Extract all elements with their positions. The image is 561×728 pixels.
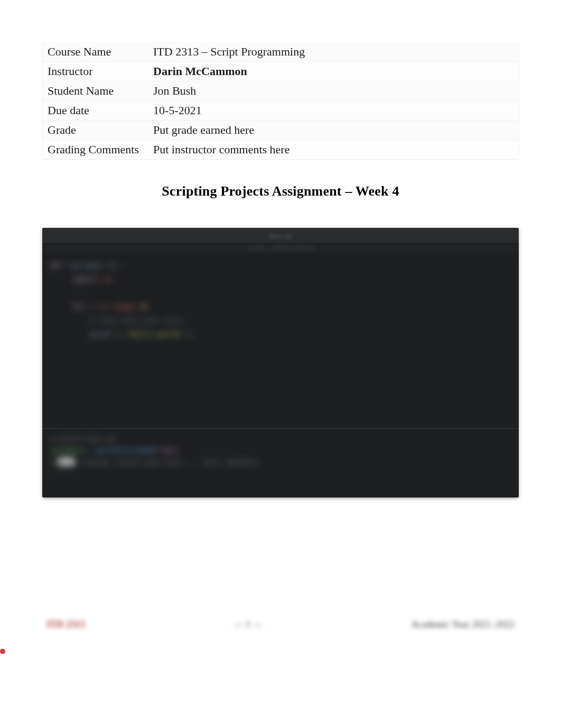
table-row: Instructor Darin McCammon <box>42 61 519 81</box>
info-value-instructor: Darin McCammon <box>148 61 519 81</box>
info-label-grading-comments: Grading Comments <box>42 140 148 159</box>
page-indicator-dot <box>0 649 5 654</box>
terminal-line: $ python main.py <box>50 435 116 443</box>
assignment-title: Scripting Projects Assignment – Week 4 <box>42 183 519 199</box>
footer-left: ITD 2313 <box>46 619 85 630</box>
code-keyword: import <box>72 275 99 283</box>
terminal-path: ~/projects/week4 <box>91 446 157 454</box>
info-value-grade: Put grade earned here <box>148 120 519 140</box>
footer-page-number: — 1 — <box>234 619 263 630</box>
info-value-grading-comments: Put instructor comments here <box>148 140 519 159</box>
terminal-output: running… output goes here ... test compl… <box>79 458 260 466</box>
editor-window-title: main.py <box>269 233 292 238</box>
editor-titlebar: main.py <box>42 228 519 244</box>
info-label-instructor: Instructor <box>42 61 148 81</box>
terminal-prompt-arrow: ❯ <box>50 458 54 466</box>
code-comment: # loop body goes here <box>90 316 183 325</box>
code-operator: () : <box>108 261 126 270</box>
terminal-branch: main <box>161 446 177 454</box>
code-identifier: os <box>103 275 112 283</box>
table-row: Course Name ITD 2313 – Script Programmin… <box>42 42 519 61</box>
info-value-course-name: ITD 2313 – Script Programming <box>148 42 519 61</box>
info-value-student-name: Jon Bush <box>148 81 519 100</box>
editor-subheader: script — python main.py <box>42 244 519 253</box>
info-label-student-name: Student Name <box>42 81 148 100</box>
table-row: Grade Put grade earned here <box>42 120 519 140</box>
document-page: Course Name ITD 2313 – Script Programmin… <box>0 0 561 497</box>
code-editor-screenshot: main.py script — python main.py def run_… <box>42 228 519 497</box>
info-value-due-date: 10-5-2021 <box>148 100 519 120</box>
terminal-area: $ python main.py user@host ~/projects/we… <box>42 429 519 497</box>
terminal-output-highlight: out <box>58 458 74 466</box>
code-area: def run_main () : import os for x in ran… <box>42 253 519 346</box>
info-label-course-name: Course Name <box>42 42 148 61</box>
page-footer: ITD 2313 — 1 — Academic Year 2021–2022 <box>46 619 515 630</box>
info-label-due-date: Due date <box>42 100 148 120</box>
table-row: Due date 10-5-2021 <box>42 100 519 120</box>
code-keyword: for <box>72 302 85 311</box>
terminal-line: … <box>50 469 54 477</box>
footer-right: Academic Year 2021–2022 <box>412 619 515 630</box>
code-keyword: def <box>50 261 63 270</box>
code-text: x in range <box>90 302 134 311</box>
code-number: 10 <box>139 302 148 311</box>
code-function-name: run_main <box>68 261 103 270</box>
terminal-prompt-user: user@host <box>50 446 87 454</box>
table-row: Student Name Jon Bush <box>42 81 519 100</box>
course-info-table: Course Name ITD 2313 – Script Programmin… <box>42 42 519 159</box>
code-function-call: print <box>90 330 112 338</box>
info-label-grade: Grade <box>42 120 148 140</box>
code-string: "hello world" <box>125 330 183 338</box>
table-row: Grading Comments Put instructor comments… <box>42 140 519 159</box>
